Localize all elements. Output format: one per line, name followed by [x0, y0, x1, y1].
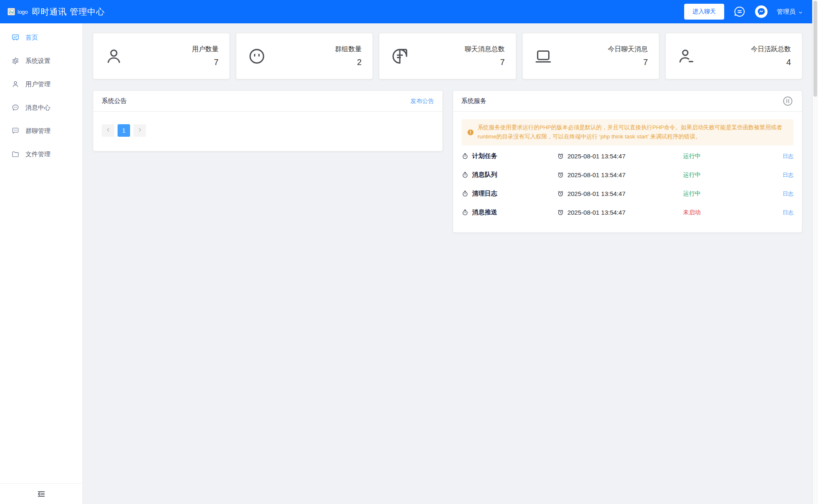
chat-square-icon — [11, 127, 20, 135]
stat-card-total-messages: 聊天消息总数 7 — [379, 33, 516, 79]
pause-circle-icon[interactable] — [782, 95, 793, 107]
sidebar-item-system-settings[interactable]: 系统设置 — [0, 49, 83, 73]
scrollbar-thumb[interactable] — [813, 1, 817, 97]
alarm-clock-icon — [557, 190, 564, 197]
sidebar-item-user-management[interactable]: 用户管理 — [0, 73, 83, 96]
service-status: 运行中 — [683, 190, 770, 198]
chat-drop-icon — [390, 47, 409, 66]
service-time: 2025-08-01 13:54:47 — [567, 153, 625, 160]
sidebar: 首页 系统设置 — [0, 23, 83, 504]
stat-card-users: 用户数量 7 — [93, 33, 230, 79]
chat-bubble-icon[interactable] — [733, 5, 746, 18]
sidebar-item-group-chat[interactable]: 群聊管理 — [0, 119, 83, 143]
app-logo: logo — [8, 8, 28, 15]
service-time: 2025-08-01 13:54:47 — [567, 209, 625, 216]
face-icon — [247, 47, 266, 66]
service-body: 系统服务使用要求运行的PHP的版本必须是默认的，并且可以直接执行PHP命令。如果… — [453, 112, 802, 232]
pagination: 1 — [102, 124, 434, 137]
sidebar-item-file-management[interactable]: 文件管理 — [0, 143, 83, 166]
announcement-body: 1 — [93, 112, 442, 151]
announcement-panel-header: 系统公告 发布公告 — [93, 91, 442, 112]
sidebar-item-label: 首页 — [25, 34, 38, 42]
service-row-message-push: 消息推送 2025-08-01 13:54:47 未启动 — [462, 205, 794, 221]
stat-label: 群组数量 — [335, 45, 361, 54]
alarm-clock-icon — [557, 171, 564, 178]
stat-value: 7 — [192, 58, 218, 67]
folder-icon — [11, 150, 20, 158]
logo-alt-text: logo — [18, 9, 28, 15]
stat-value: 7 — [608, 58, 648, 67]
service-row-scheduled-task: 计划任务 2025-08-01 13:54:47 运行中 — [462, 148, 794, 164]
stopwatch-icon — [462, 209, 469, 216]
service-name: 计划任务 — [472, 152, 497, 160]
alarm-clock-icon — [557, 209, 564, 216]
service-time: 2025-08-01 13:54:47 — [567, 190, 625, 197]
stat-label: 用户数量 — [192, 45, 218, 54]
sidebar-footer — [0, 483, 83, 504]
stopwatch-icon — [462, 190, 469, 197]
service-time: 2025-08-01 13:54:47 — [567, 171, 625, 178]
stats-row: 用户数量 7 群组数量 2 — [93, 33, 802, 79]
service-panel-header: 系统服务 — [453, 91, 802, 112]
menu-fold-icon[interactable] — [37, 489, 46, 499]
stopwatch-icon — [462, 171, 469, 178]
service-status: 未启动 — [683, 209, 770, 216]
stat-card-active-users: 今日活跃总数 4 — [665, 33, 802, 79]
broken-image-icon — [8, 8, 15, 15]
enter-chat-button[interactable]: 进入聊天 — [684, 4, 724, 20]
sidebar-item-home[interactable]: 首页 — [0, 26, 83, 49]
stat-card-groups: 群组数量 2 — [236, 33, 373, 79]
main-content: 用户数量 7 群组数量 2 — [83, 23, 812, 504]
gear-icon — [11, 57, 20, 65]
sidebar-item-label: 消息中心 — [25, 104, 50, 112]
sidebar-item-label: 用户管理 — [25, 80, 50, 88]
service-title: 系统服务 — [462, 97, 487, 105]
stat-value: 2 — [335, 58, 361, 67]
log-link[interactable]: 日志 — [770, 209, 793, 216]
stat-label: 今日活跃总数 — [751, 45, 791, 54]
stat-card-today-messages: 今日聊天消息 7 — [522, 33, 659, 79]
app-window: logo 即时通讯 管理中心 进入聊天 管理员 — [0, 0, 812, 504]
chevron-left-icon — [105, 127, 111, 134]
service-status: 运行中 — [683, 153, 770, 160]
publish-announcement-link[interactable]: 发布公告 — [411, 98, 434, 105]
user-icon — [11, 80, 20, 88]
top-header-bar: logo 即时通讯 管理中心 进入聊天 管理员 — [0, 0, 812, 23]
sidebar-item-label: 群聊管理 — [25, 127, 50, 135]
chevron-down-icon — [798, 9, 803, 14]
stat-value: 7 — [465, 58, 505, 67]
pagination-prev-button[interactable] — [102, 124, 114, 137]
log-link[interactable]: 日志 — [770, 190, 793, 198]
service-panel: 系统服务 — [453, 90, 803, 233]
service-name: 消息推送 — [472, 208, 497, 216]
sidebar-menu: 首页 系统设置 — [0, 23, 83, 483]
admin-label: 管理员 — [777, 8, 795, 16]
user-check-icon — [677, 47, 696, 66]
laptop-icon — [534, 47, 553, 66]
log-link[interactable]: 日志 — [770, 171, 793, 179]
user-icon — [104, 47, 123, 66]
sidebar-item-label: 文件管理 — [25, 150, 50, 158]
stat-label: 今日聊天消息 — [608, 45, 648, 54]
stat-label: 聊天消息总数 — [465, 45, 505, 54]
announcement-title: 系统公告 — [102, 97, 127, 105]
warning-text: 系统服务使用要求运行的PHP的版本必须是默认的，并且可以直接执行PHP命令。如果… — [478, 123, 788, 142]
chevron-right-icon — [137, 127, 143, 134]
dashboard-icon — [11, 33, 20, 42]
admin-menu[interactable]: 管理员 — [777, 8, 803, 16]
pagination-next-button[interactable] — [133, 124, 146, 137]
sidebar-item-message-center[interactable]: 消息中心 — [0, 96, 83, 119]
chat-round-icon — [11, 103, 20, 112]
stat-value: 4 — [751, 58, 791, 67]
pagination-page-1[interactable]: 1 — [118, 124, 130, 137]
service-name: 消息队列 — [472, 171, 497, 179]
warning-alert: 系统服务使用要求运行的PHP的版本必须是默认的，并且可以直接执行PHP命令。如果… — [462, 119, 794, 145]
sidebar-item-label: 系统设置 — [25, 57, 50, 65]
service-row-clean-logs: 清理日志 2025-08-01 13:54:47 运行中 — [462, 186, 794, 202]
page-title: 即时通讯 管理中心 — [32, 6, 105, 18]
stopwatch-icon — [462, 153, 469, 160]
scrollbar[interactable] — [812, 0, 818, 504]
alarm-clock-icon — [557, 153, 564, 160]
messenger-avatar-icon[interactable] — [755, 5, 768, 18]
log-link[interactable]: 日志 — [770, 153, 793, 160]
